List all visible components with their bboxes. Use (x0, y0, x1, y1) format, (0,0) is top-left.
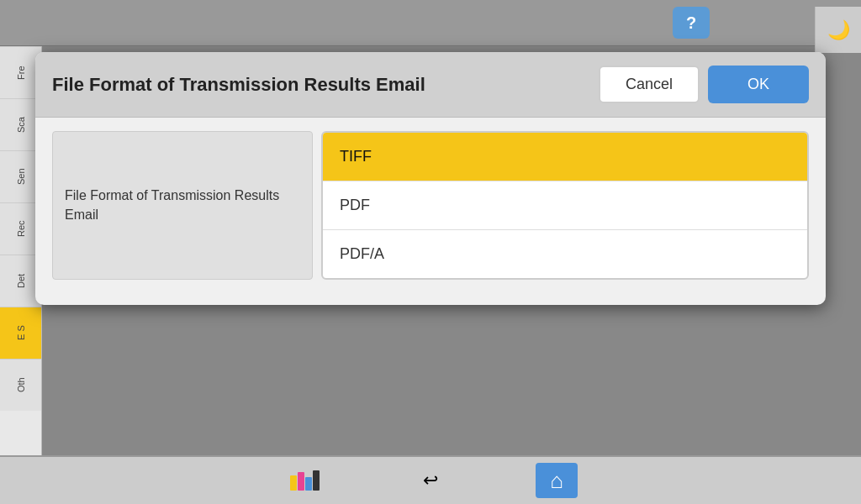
label-cell: File Format of Transmission Results Emai… (52, 131, 313, 280)
home-button[interactable]: ⌂ (536, 463, 578, 498)
dialog-body: File Format of Transmission Results Emai… (35, 118, 826, 305)
night-mode-button[interactable]: 🌙 (815, 7, 861, 53)
back-button[interactable]: ↩ (409, 463, 452, 498)
ink-bar-yellow (290, 475, 297, 491)
ink-bar-black (313, 470, 320, 491)
help-button[interactable]: ? (673, 7, 710, 39)
option-pdf[interactable]: PDF (323, 181, 807, 230)
top-bar (0, 0, 861, 46)
ok-button[interactable]: OK (708, 66, 809, 103)
ink-bar-cyan (305, 477, 312, 491)
sidebar-item-es[interactable]: E S (0, 307, 41, 359)
format-dropdown-list: TIFF PDF PDF/A (321, 131, 809, 280)
option-tiff[interactable]: TIFF (323, 133, 807, 181)
option-pdfa[interactable]: PDF/A (323, 230, 807, 278)
ink-icon (290, 470, 320, 491)
taskbar: ↩ ⌂ (0, 455, 861, 504)
ink-button[interactable] (283, 463, 325, 498)
moon-icon: 🌙 (827, 19, 850, 41)
cancel-button[interactable]: Cancel (599, 66, 700, 103)
dialog: File Format of Transmission Results Emai… (35, 52, 826, 305)
dialog-title: File Format of Transmission Results Emai… (52, 74, 425, 96)
sidebar-item-oth[interactable]: Oth (0, 359, 41, 411)
ink-bar-magenta (298, 472, 304, 491)
back-icon: ↩ (423, 470, 438, 491)
help-icon: ? (686, 13, 696, 33)
label-cell-text: File Format of Transmission Results Emai… (65, 186, 300, 224)
dialog-header-buttons: Cancel OK (599, 66, 809, 103)
home-icon: ⌂ (550, 468, 563, 494)
dialog-header: File Format of Transmission Results Emai… (35, 52, 826, 118)
